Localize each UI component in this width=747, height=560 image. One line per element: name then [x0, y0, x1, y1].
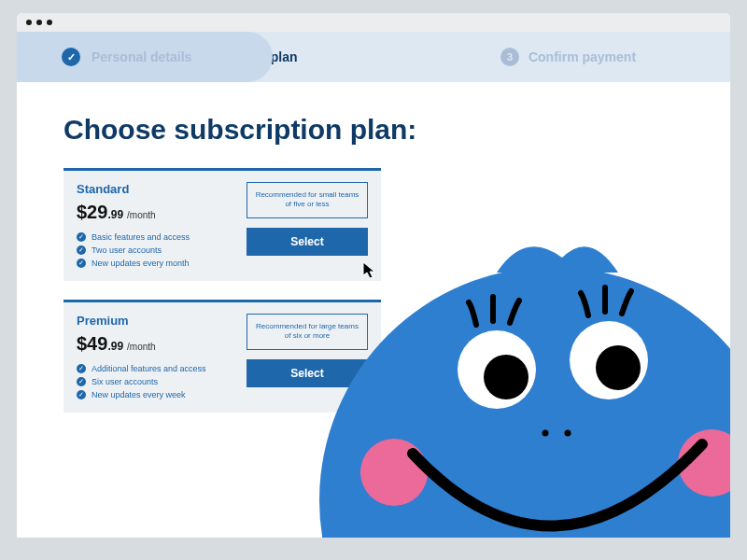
recommend-box: Recommended for large teams of six or mo…	[247, 314, 368, 350]
step-confirm-payment[interactable]: 3 Confirm payment	[406, 48, 730, 66]
check-icon: ✓	[77, 377, 86, 386]
check-icon: ✓	[77, 245, 86, 255]
check-icon: ✓	[77, 390, 86, 399]
plan-list: Standard $29.99 /month ✓Basic features a…	[63, 168, 381, 413]
select-button[interactable]: Select	[247, 228, 368, 256]
plan-price: $29.99 /month	[77, 202, 233, 223]
check-icon: ✓	[62, 48, 80, 66]
plan-name: Standard	[77, 182, 233, 196]
feature-item: ✓Two user accounts	[77, 245, 233, 255]
svg-point-1	[360, 439, 428, 506]
plan-name: Premium	[77, 314, 233, 328]
check-icon: ✓	[77, 364, 86, 373]
select-button[interactable]: Select	[247, 359, 368, 387]
progress-steps: ✓ Personal details 2 Choose plan 3 Confi…	[17, 32, 730, 82]
plan-card-standard: Standard $29.99 /month ✓Basic features a…	[63, 168, 381, 281]
check-icon: ✓	[77, 232, 86, 242]
svg-point-8	[565, 430, 571, 437]
app-window: ✓ Personal details 2 Choose plan 3 Confi…	[17, 13, 730, 538]
recommend-box: Recommended for small teams of five or l…	[247, 182, 368, 218]
main-content: Choose subscription plan: Standard $29.9…	[17, 82, 730, 413]
plan-price: $49.99 /month	[77, 333, 233, 355]
step-label: Confirm payment	[529, 49, 636, 64]
feature-item: ✓New updates every month	[77, 259, 233, 268]
svg-point-2	[678, 429, 730, 497]
traffic-light-dot[interactable]	[26, 20, 32, 25]
traffic-light-dot[interactable]	[47, 20, 52, 25]
feature-item: ✓Basic features and access	[77, 232, 233, 242]
feature-item: ✓Additional features and access	[77, 364, 233, 373]
check-icon: ✓	[77, 259, 86, 268]
svg-point-7	[543, 430, 549, 437]
step-number-badge: 3	[500, 48, 519, 66]
feature-list: ✓Additional features and access ✓Six use…	[77, 364, 233, 399]
page-title: Choose subscription plan:	[63, 114, 684, 146]
feature-item: ✓Six user accounts	[77, 377, 233, 386]
plan-card-premium: Premium $49.99 /month ✓Additional featur…	[63, 300, 381, 413]
feature-item: ✓New updates every week	[77, 390, 233, 399]
step-label: Personal details	[92, 49, 191, 64]
window-titlebar	[17, 13, 730, 32]
step-personal-details[interactable]: ✓ Personal details	[17, 32, 273, 82]
feature-list: ✓Basic features and access ✓Two user acc…	[77, 232, 233, 268]
traffic-light-dot[interactable]	[36, 20, 42, 25]
